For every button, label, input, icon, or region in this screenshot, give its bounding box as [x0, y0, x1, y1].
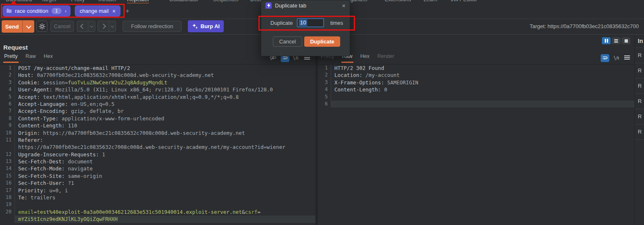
request-tab-hex[interactable]: Hex	[43, 53, 54, 63]
code-line: 3X-Frame-Options: SAMEORIGIN	[318, 79, 635, 86]
duplicate-count-value: 10	[299, 19, 307, 26]
gear-icon	[39, 23, 45, 30]
menu-item-dashboard[interactable]: Dashboard	[6, 0, 32, 3]
code-line: 6Accept-Language: en-US,en;q=0.5	[0, 101, 315, 108]
code-line: 7Accept-Encoding: gzip, deflate, br	[0, 108, 315, 115]
code-line: 10Origin: https://0a7700fb03ec21c0835632…	[0, 129, 315, 136]
menu-item-proxy[interactable]: Proxy	[71, 0, 85, 3]
add-tab-button[interactable]: +	[125, 7, 129, 15]
code-line: 6	[318, 101, 635, 108]
cancel-button[interactable]: Cancel	[50, 21, 74, 32]
folder-icon	[7, 10, 12, 13]
request-editor[interactable]: 1POST /my-account/change-email HTTP/22Ho…	[0, 65, 315, 225]
target-url-label: Target: https://0a7700fb03ec21c0835632c7…	[530, 23, 639, 29]
code-line: https://0a7700fb03ec21c0835632c7008c008d…	[0, 144, 315, 151]
inspector-row[interactable]: R	[635, 63, 644, 79]
tab-count-badge: 1	[52, 8, 62, 14]
code-line: 13Sec-Fetch-Dest: document	[0, 158, 315, 165]
layout-rows-button[interactable]	[612, 37, 620, 44]
menu-item-extensions[interactable]: Extensions	[385, 0, 411, 3]
sparkles-icon	[192, 23, 198, 29]
show-newlines-icon[interactable]: \n	[613, 55, 619, 61]
history-forward-button[interactable]	[97, 21, 116, 32]
inspector-row[interactable]: R	[635, 109, 644, 124]
code-line: 1HTTP/2 302 Found	[318, 65, 635, 72]
duplicate-count-label-after: times	[330, 20, 343, 26]
code-line: 15Sec-Fetch-Site: same-origin	[0, 172, 315, 180]
code-line: 1POST /my-account/change-email HTTP/2	[0, 65, 315, 72]
follow-redirection-button[interactable]: Follow redirection	[123, 21, 182, 32]
repeater-tab-change-mail[interactable]: change mail ×	[75, 5, 121, 17]
forward-arrow-icon[interactable]	[98, 21, 109, 31]
response-panel: PrettyRawHexRender \n 1HTTP/2 302 Found2…	[318, 35, 635, 225]
tab-label: change mail	[80, 8, 109, 14]
collapse-group-icon[interactable]: ‹	[65, 8, 66, 14]
code-line: 5	[318, 93, 635, 101]
repeater-tab-group-race-condition[interactable]: race condition 1 ‹	[2, 5, 71, 17]
back-dropdown-icon[interactable]	[88, 21, 95, 31]
code-line: 19	[0, 201, 315, 208]
menu-item-repeater[interactable]: Repeater	[127, 0, 149, 3]
code-line: 14Sec-Fetch-Mode: navigate	[0, 165, 315, 172]
response-tab-render[interactable]: Render	[376, 53, 395, 63]
burp-logo-icon	[265, 2, 272, 9]
code-line: 3Cookie: session=fuoTvLuZNwCeerW2uZJq8Ad…	[0, 79, 315, 86]
request-tab-raw[interactable]: Raw	[25, 53, 37, 63]
panel-divider[interactable]	[315, 35, 318, 225]
duplicate-count-label-before: Duplicate	[270, 20, 293, 26]
inspector-row[interactable]: R	[635, 94, 644, 109]
response-editor[interactable]: 1HTTP/2 302 Found2Location: /my-account3…	[318, 65, 635, 225]
forward-dropdown-icon[interactable]	[109, 21, 116, 31]
code-line: 9Content-Length: 110	[0, 122, 315, 129]
dialog-duplicate-button[interactable]: Duplicate	[304, 36, 340, 47]
dialog-cancel-button[interactable]: Cancel	[273, 36, 302, 47]
tab-label: race condition	[15, 8, 48, 14]
code-line: 11Referer:	[0, 136, 315, 144]
dialog-titlebar: Duplicate tab ×	[261, 0, 350, 10]
soft-wrap-toggle-icon[interactable]	[601, 54, 609, 62]
code-line: 20email=test%40exploit-0a3a00e0034621268…	[0, 208, 315, 215]
menu-item-intruder[interactable]: Intruder	[98, 0, 117, 3]
inspector-row[interactable]: R	[635, 48, 644, 63]
menu-item-target[interactable]: Target	[41, 0, 56, 3]
history-back-button[interactable]	[77, 21, 95, 32]
request-panel-title: Request	[3, 44, 28, 51]
code-line: 5Accept: text/html,application/xhtml+xml…	[0, 93, 315, 101]
menu-item-learn[interactable]: Learn	[424, 0, 437, 3]
code-line: 8Content-Type: application/x-www-form-ur…	[0, 115, 315, 122]
code-line: 18Te: trailers	[0, 194, 315, 201]
close-dialog-icon[interactable]: ×	[342, 2, 346, 9]
layout-single-button[interactable]	[622, 37, 630, 44]
dialog-title: Duplicate tab	[275, 2, 306, 9]
request-panel: Request PrettyRawHex \n 1POST /my-accoun…	[0, 35, 315, 225]
back-arrow-icon[interactable]	[77, 21, 88, 31]
settings-gear-button[interactable]	[36, 21, 47, 32]
inspector-row[interactable]: R	[635, 79, 644, 94]
code-line: 16Sec-Fetch-User: ?1	[0, 180, 315, 187]
inspector-sidebar: In RRRRRR	[635, 35, 644, 225]
annotation-arrow	[10, 0, 17, 5]
code-line: 17Priority: u=0, i	[0, 187, 315, 194]
code-line: 2Location: /my-account	[318, 72, 635, 79]
code-line: 4User-Agent: Mozilla/5.0 (X11; Linux x86…	[0, 86, 315, 93]
code-line: mYZi5tIcnz9edKNJlKL3yOQiZqwFRHXH	[0, 215, 315, 223]
burp-ai-button[interactable]: Burp AI	[188, 20, 224, 32]
editor-menu-icon[interactable]	[624, 55, 630, 60]
send-button[interactable]: Send	[2, 20, 34, 33]
menu-item-collaborator[interactable]: Collaborator	[169, 0, 199, 3]
request-view-tabs: PrettyRawHex	[3, 53, 54, 64]
menu-item-jwt-editor[interactable]: JWT Editor	[451, 0, 477, 3]
close-tab-icon[interactable]: ×	[112, 8, 116, 14]
inspector-row[interactable]: R	[635, 124, 644, 140]
layout-columns-button[interactable]	[602, 37, 611, 44]
request-tab-pretty[interactable]: Pretty	[3, 53, 19, 63]
duplicate-tab-dialog: Duplicate tab × Duplicate 10 times Cance…	[261, 0, 350, 56]
menu-item-sequencer[interactable]: Sequencer	[213, 0, 239, 3]
inspector-title: In	[635, 35, 644, 48]
code-line: 12Upgrade-Insecure-Requests: 1	[0, 151, 315, 158]
send-dropdown-icon[interactable]	[23, 25, 34, 29]
duplicate-count-input[interactable]: 10	[297, 18, 324, 27]
response-tab-hex[interactable]: Hex	[360, 53, 370, 63]
code-line: 4Content-Length: 0	[318, 86, 635, 93]
code-line: 2Host: 0a7700fb03ec21c0835632c7008c008d.…	[0, 72, 315, 79]
